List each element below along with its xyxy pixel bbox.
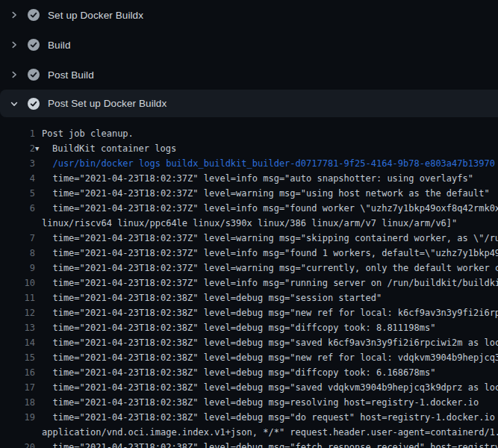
step-list: Set up Docker Buildx Build Post Build <box>0 0 498 117</box>
log-line-number[interactable]: 4 <box>0 171 35 186</box>
log-line: application/vnd.oci.image.index.v1+json,… <box>0 425 498 440</box>
log-line-number[interactable]: 17 <box>0 380 35 395</box>
step-setup-docker-buildx[interactable]: Set up Docker Buildx <box>0 0 498 30</box>
log-line-text: time="2021-04-23T18:02:37Z" level=warnin… <box>42 231 498 246</box>
log-line-number[interactable]: 20 <box>0 440 35 448</box>
log-line-number[interactable]: 19 <box>0 410 35 425</box>
log-line-number[interactable]: 16 <box>0 365 35 380</box>
check-circle-icon <box>28 9 40 21</box>
log-line-text: time="2021-04-23T18:02:37Z" level=info m… <box>42 276 498 290</box>
step-post-setup-docker-buildx[interactable]: Post Set up Docker Buildx <box>0 90 498 117</box>
chevron-right-icon <box>9 69 19 80</box>
log-line: 1 Post job cleanup. <box>0 126 498 141</box>
log-line-text: /usr/bin/docker logs buildx_buildkit_bui… <box>42 156 495 171</box>
check-circle-icon <box>28 69 40 81</box>
check-circle-icon <box>28 39 40 51</box>
actions-log-viewer: Set up Docker Buildx Build Post Build <box>0 0 498 448</box>
log-line: 15 time="2021-04-23T18:02:38Z" level=deb… <box>0 350 498 365</box>
log-line-number[interactable]: 6 <box>0 201 35 216</box>
log-line-text: time="2021-04-23T18:02:38Z" level=debug … <box>42 395 479 410</box>
log-line: 10 time="2021-04-23T18:02:37Z" level=inf… <box>0 276 498 290</box>
log-line-text: time="2021-04-23T18:02:38Z" level=debug … <box>42 365 435 380</box>
log-line: 8 time="2021-04-23T18:02:37Z" level=info… <box>0 246 498 261</box>
log-line: 2 ▼ BuildKit container logs <box>0 141 498 156</box>
group-toggle-icon[interactable]: ▼ <box>35 141 46 156</box>
log-line-text: time="2021-04-23T18:02:37Z" level=info m… <box>42 201 498 216</box>
log-line-number[interactable]: 18 <box>0 395 35 410</box>
log-line-text: time="2021-04-23T18:02:37Z" level=info m… <box>42 246 498 261</box>
log-line-text: application/vnd.oci.image.index.v1+json,… <box>42 425 498 440</box>
log-line: 14 time="2021-04-23T18:02:38Z" level=deb… <box>0 335 498 350</box>
step-post-build[interactable]: Post Build <box>0 60 498 90</box>
log-line-text: time="2021-04-23T18:02:37Z" level=warnin… <box>42 261 498 276</box>
log-line-number[interactable]: 12 <box>0 305 35 320</box>
log-line-text: time="2021-04-23T18:02:38Z" level=debug … <box>42 350 498 365</box>
step-label: Set up Docker Buildx <box>48 10 143 21</box>
log-line-text: time="2021-04-23T18:02:38Z" level=debug … <box>42 305 498 320</box>
log-line: linux/riscv64 linux/ppc64le linux/s390x … <box>0 216 498 231</box>
log-line-text: time="2021-04-23T18:02:38Z" level=debug … <box>42 320 435 335</box>
log-line-text: time="2021-04-23T18:02:38Z" level=debug … <box>42 380 498 395</box>
log-line-number[interactable]: 11 <box>0 290 35 305</box>
log-output: 1 Post job cleanup. 2 ▼ BuildKit contain… <box>0 117 498 448</box>
log-line-number[interactable]: 15 <box>0 350 35 365</box>
log-line-text: time="2021-04-23T18:02:38Z" level=debug … <box>42 440 498 448</box>
log-line-number[interactable]: 5 <box>0 186 35 201</box>
log-line-number[interactable]: 3 <box>0 156 35 171</box>
log-line-number[interactable]: 2 <box>0 141 35 156</box>
log-line-number[interactable] <box>0 216 35 231</box>
log-line-number[interactable]: 8 <box>0 246 35 261</box>
log-line-number[interactable]: 7 <box>0 231 35 246</box>
log-line-text: time="2021-04-23T18:02:37Z" level=info m… <box>42 171 473 186</box>
log-line-number[interactable]: 13 <box>0 320 35 335</box>
chevron-right-icon <box>9 40 19 50</box>
log-line: 11 time="2021-04-23T18:02:38Z" level=deb… <box>0 290 498 305</box>
log-line: 19 time="2021-04-23T18:02:38Z" level=deb… <box>0 410 498 425</box>
log-line-number[interactable]: 14 <box>0 335 35 350</box>
step-label: Post Set up Docker Buildx <box>48 98 166 109</box>
step-label: Build <box>48 40 71 51</box>
log-line: 13 time="2021-04-23T18:02:38Z" level=deb… <box>0 320 498 335</box>
log-line: 17 time="2021-04-23T18:02:38Z" level=deb… <box>0 380 498 395</box>
log-line: 7 time="2021-04-23T18:02:37Z" level=warn… <box>0 231 498 246</box>
check-circle-icon <box>28 98 40 110</box>
chevron-down-icon <box>9 99 19 109</box>
step-build[interactable]: Build <box>0 30 498 60</box>
log-line: 4 time="2021-04-23T18:02:37Z" level=info… <box>0 171 498 186</box>
log-line-text: Post job cleanup. <box>42 126 134 141</box>
log-line-number[interactable]: 10 <box>0 276 35 290</box>
log-line-number[interactable]: 1 <box>0 126 35 141</box>
log-line: 16 time="2021-04-23T18:02:38Z" level=deb… <box>0 365 498 380</box>
log-line: 12 time="2021-04-23T18:02:38Z" level=deb… <box>0 305 498 320</box>
log-line-text: time="2021-04-23T18:02:38Z" level=debug … <box>42 335 498 350</box>
log-line: 9 time="2021-04-23T18:02:37Z" level=warn… <box>0 261 498 276</box>
step-label: Post Build <box>48 69 94 81</box>
chevron-right-icon <box>9 10 19 20</box>
log-line-number[interactable]: 9 <box>0 261 35 276</box>
log-line-text: time="2021-04-23T18:02:38Z" level=debug … <box>42 290 382 305</box>
log-line: 18 time="2021-04-23T18:02:38Z" level=deb… <box>0 395 498 410</box>
log-line-text: time="2021-04-23T18:02:37Z" level=warnin… <box>42 186 490 201</box>
log-line-text: time="2021-04-23T18:02:38Z" level=debug … <box>42 410 498 425</box>
log-line-text: linux/riscv64 linux/ppc64le linux/s390x … <box>42 216 457 231</box>
log-line: 20 time="2021-04-23T18:02:38Z" level=deb… <box>0 440 498 448</box>
log-line: 3 /usr/bin/docker logs buildx_buildkit_b… <box>0 156 498 171</box>
log-line: 6 time="2021-04-23T18:02:37Z" level=info… <box>0 201 498 216</box>
log-line: 5 time="2021-04-23T18:02:37Z" level=warn… <box>0 186 498 201</box>
log-line-text: BuildKit container logs <box>52 141 176 156</box>
log-line-number[interactable] <box>0 425 35 440</box>
